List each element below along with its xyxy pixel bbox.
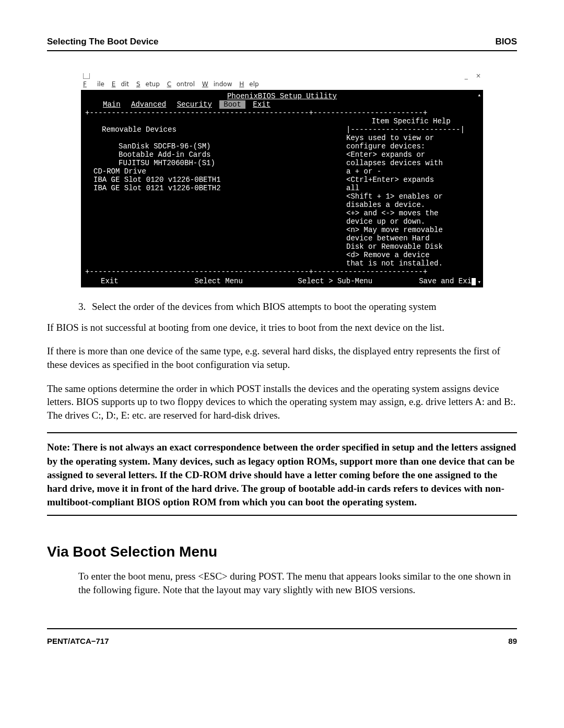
page-footer: PENT/ATCA−717 89 bbox=[47, 629, 517, 645]
bios-screen: ▴ PhoenixBIOS Setup Utility Main Advance… bbox=[81, 90, 483, 287]
help-line: all bbox=[346, 184, 476, 192]
help-line: <Ctrl+Enter> expands bbox=[346, 176, 476, 184]
help-line: <n> May move removable bbox=[346, 226, 476, 234]
bios-tabs: Main Advanced Security Boot Exit bbox=[85, 100, 479, 109]
footer-exit: Exit bbox=[85, 277, 195, 285]
iba-slot-1[interactable]: IBA GE Slot 0120 v1226-0BETH1 bbox=[89, 176, 343, 184]
paragraph: If there is more than one device of the … bbox=[47, 344, 517, 371]
device-item[interactable]: Bootable Add-in Cards bbox=[89, 151, 343, 159]
footer-doc-id: PENT/ATCA−717 bbox=[47, 637, 109, 645]
menu-file[interactable]: File bbox=[83, 80, 104, 88]
tab-security[interactable]: Security bbox=[174, 100, 215, 109]
menu-help[interactable]: Help bbox=[239, 80, 258, 88]
help-line: configure devices: bbox=[346, 142, 476, 151]
page-header: Selecting The Boot Device BIOS bbox=[47, 37, 517, 47]
footer-save-exit: Save and Exi bbox=[382, 277, 479, 285]
bios-title: PhoenixBIOS Setup Utility bbox=[85, 92, 479, 100]
tab-advanced[interactable]: Advanced bbox=[128, 100, 169, 109]
bios-border-top: +---------------------------------------… bbox=[85, 109, 479, 117]
menu-window[interactable]: Window bbox=[202, 80, 232, 88]
bios-footer: Exit Select Menu Select > Sub-Menu Save … bbox=[85, 276, 479, 285]
list-text: Select the order of the devices from whi… bbox=[92, 300, 437, 314]
page: Selecting The Boot Device BIOS _ × File … bbox=[0, 0, 564, 672]
paragraph: The same options determine the order in … bbox=[47, 382, 517, 422]
window-menubar: File Edit Setup Control Window Help bbox=[81, 80, 483, 90]
page-number: 89 bbox=[508, 637, 517, 645]
paragraph: If BIOS is not successful at booting fro… bbox=[47, 321, 517, 334]
terminal-icon bbox=[83, 73, 90, 79]
scroll-up-icon[interactable]: ▴ bbox=[477, 91, 481, 99]
device-item[interactable]: SanDisk SDCFB-96-(SM) bbox=[89, 142, 343, 151]
help-line: Disk or Removable Disk bbox=[346, 242, 476, 251]
list-item-3: 3. Select the order of the devices from … bbox=[78, 300, 517, 314]
close-button[interactable]: × bbox=[476, 72, 481, 79]
help-line: disables a device. bbox=[346, 201, 476, 209]
note-rule-top bbox=[47, 432, 517, 433]
menu-control[interactable]: Control bbox=[167, 80, 195, 88]
help-sep: |-------------------------| bbox=[346, 125, 476, 134]
section-heading: Via Boot Selection Menu bbox=[47, 542, 517, 562]
bios-window: _ × File Edit Setup Control Window Help … bbox=[81, 72, 483, 287]
header-right: BIOS bbox=[495, 37, 517, 47]
window-titlebar: _ × bbox=[81, 72, 483, 80]
help-line: <d> Remove a device bbox=[346, 251, 476, 259]
help-line: <Enter> expands or bbox=[346, 151, 476, 159]
help-line: device between Hard bbox=[346, 234, 476, 242]
footer-select-sub: Select > Sub-Menu bbox=[288, 277, 382, 285]
help-line: that is not installed. bbox=[346, 259, 476, 268]
help-line: device up or down. bbox=[346, 217, 476, 226]
minimize-button[interactable]: _ bbox=[465, 72, 468, 79]
help-line: <Shift + 1> enables or bbox=[346, 192, 476, 201]
bios-border-bottom: +---------------------------------------… bbox=[85, 268, 479, 276]
help-title: Item Specific Help bbox=[346, 117, 476, 125]
help-line: collapses devices with bbox=[346, 159, 476, 167]
removable-devices[interactable]: Removable Devices bbox=[89, 125, 343, 134]
note-lead: Note: bbox=[47, 442, 70, 453]
scroll-down-icon[interactable]: ▾ bbox=[477, 278, 481, 286]
note-body: There is not always an exact corresponde… bbox=[47, 442, 516, 507]
tab-main[interactable]: Main bbox=[100, 100, 124, 109]
tab-boot[interactable]: Boot bbox=[219, 100, 245, 109]
help-line: <+> and <-> moves the bbox=[346, 209, 476, 217]
tab-exit[interactable]: Exit bbox=[250, 100, 274, 109]
list-number: 3. bbox=[78, 300, 92, 314]
help-line: Keys used to view or bbox=[346, 134, 476, 142]
header-left: Selecting The Boot Device bbox=[47, 37, 159, 47]
menu-setup[interactable]: Setup bbox=[136, 80, 160, 88]
iba-slot-2[interactable]: IBA GE Slot 0121 v1226-0BETH2 bbox=[89, 184, 343, 192]
menu-edit[interactable]: Edit bbox=[112, 80, 129, 88]
header-rule bbox=[47, 50, 517, 51]
paragraph: To enter the boot menu, press <ESC> duri… bbox=[78, 570, 517, 596]
cdrom-drive[interactable]: CD-ROM Drive bbox=[89, 167, 343, 176]
cursor-icon bbox=[472, 278, 476, 285]
bios-help-pane: Item Specific Help |--------------------… bbox=[343, 117, 479, 268]
device-item[interactable]: FUJITSU MHT2060BH-(S1) bbox=[89, 159, 343, 167]
help-line: a + or - bbox=[346, 167, 476, 176]
note-rule-bottom bbox=[47, 515, 517, 516]
bios-left-pane: Removable Devices SanDisk SDCFB-96-(SM) … bbox=[85, 117, 343, 268]
footer-select-menu: Select Menu bbox=[195, 277, 289, 285]
note-block: Note: There is not always an exact corre… bbox=[47, 441, 517, 509]
